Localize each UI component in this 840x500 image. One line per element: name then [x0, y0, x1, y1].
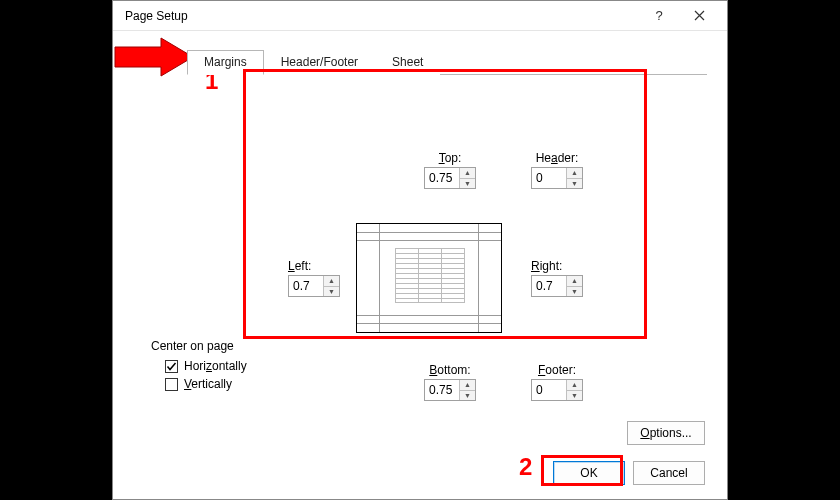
close-button[interactable]	[679, 2, 719, 30]
spinner-buttons[interactable]: ▲▼	[459, 168, 475, 188]
spinner-buttons[interactable]: ▲▼	[323, 276, 339, 296]
tab-strip: Margins Header/Footer Sheet	[187, 49, 727, 74]
chevron-up-icon[interactable]: ▲	[460, 380, 475, 391]
margin-left-input[interactable]	[289, 276, 323, 296]
chevron-up-icon[interactable]: ▲	[460, 168, 475, 179]
margin-right-group: Right: ▲▼	[531, 259, 583, 297]
margin-header-spinner[interactable]: ▲▼	[531, 167, 583, 189]
center-on-page-group: Center on page Horizontally Vertically	[151, 339, 247, 393]
svg-marker-0	[115, 38, 193, 76]
margin-footer-label: Footer:	[531, 363, 583, 377]
tab-sheet[interactable]: Sheet	[375, 50, 440, 75]
center-vertically-checkbox[interactable]	[165, 378, 178, 391]
dialog-title: Page Setup	[125, 9, 639, 23]
margin-footer-spinner[interactable]: ▲▼	[531, 379, 583, 401]
spinner-buttons[interactable]: ▲▼	[566, 168, 582, 188]
center-horizontally-checkbox[interactable]	[165, 360, 178, 373]
margin-right-label: Right:	[531, 259, 583, 273]
margin-bottom-group: Bottom: ▲▼	[424, 363, 476, 401]
page-preview-content	[395, 248, 465, 310]
page-setup-dialog: Page Setup ? 1 Margins Header/Footer She…	[112, 0, 728, 500]
margin-header-input[interactable]	[532, 168, 566, 188]
center-on-page-label: Center on page	[151, 339, 247, 353]
tab-margins[interactable]: Margins	[187, 50, 264, 75]
chevron-down-icon[interactable]: ▼	[460, 391, 475, 401]
chevron-up-icon[interactable]: ▲	[567, 276, 582, 287]
margin-top-input[interactable]	[425, 168, 459, 188]
margin-top-label: Top:	[424, 151, 476, 165]
close-icon	[694, 10, 705, 21]
center-horizontally-label: Horizontally	[184, 359, 247, 373]
center-vertically-row[interactable]: Vertically	[165, 377, 247, 391]
check-icon	[166, 361, 177, 372]
margin-right-spinner[interactable]: ▲▼	[531, 275, 583, 297]
margin-left-label: Left:	[288, 259, 340, 273]
annotation-arrow	[109, 35, 199, 81]
chevron-up-icon[interactable]: ▲	[567, 380, 582, 391]
options-button[interactable]: Options...	[627, 421, 705, 445]
center-horizontally-row[interactable]: Horizontally	[165, 359, 247, 373]
annotation-step-2: 2	[519, 453, 532, 481]
cancel-button[interactable]: Cancel	[633, 461, 705, 485]
spinner-buttons[interactable]: ▲▼	[459, 380, 475, 400]
titlebar: Page Setup ?	[113, 1, 727, 31]
tab-header-footer[interactable]: Header/Footer	[264, 50, 375, 75]
margin-top-group: Top: ▲▼	[424, 151, 476, 189]
margin-left-spinner[interactable]: ▲▼	[288, 275, 340, 297]
margin-top-spinner[interactable]: ▲▼	[424, 167, 476, 189]
chevron-down-icon[interactable]: ▼	[567, 391, 582, 401]
margin-bottom-spinner[interactable]: ▲▼	[424, 379, 476, 401]
chevron-up-icon[interactable]: ▲	[567, 168, 582, 179]
margin-header-group: Header: ▲▼	[531, 151, 583, 189]
margin-footer-group: Footer: ▲▼	[531, 363, 583, 401]
margin-bottom-input[interactable]	[425, 380, 459, 400]
margin-left-group: Left: ▲▼	[288, 259, 340, 297]
spinner-buttons[interactable]: ▲▼	[566, 380, 582, 400]
margin-header-label: Header:	[531, 151, 583, 165]
chevron-up-icon[interactable]: ▲	[324, 276, 339, 287]
ok-button[interactable]: OK	[553, 461, 625, 485]
chevron-down-icon[interactable]: ▼	[567, 287, 582, 297]
dialog-footer-buttons: OK Cancel	[553, 461, 705, 485]
margin-right-input[interactable]	[532, 276, 566, 296]
spinner-buttons[interactable]: ▲▼	[566, 276, 582, 296]
margin-footer-input[interactable]	[532, 380, 566, 400]
page-preview	[356, 223, 502, 333]
chevron-down-icon[interactable]: ▼	[567, 179, 582, 189]
center-vertically-label: Vertically	[184, 377, 232, 391]
chevron-down-icon[interactable]: ▼	[324, 287, 339, 297]
help-button[interactable]: ?	[639, 2, 679, 30]
margin-bottom-label: Bottom:	[424, 363, 476, 377]
chevron-down-icon[interactable]: ▼	[460, 179, 475, 189]
